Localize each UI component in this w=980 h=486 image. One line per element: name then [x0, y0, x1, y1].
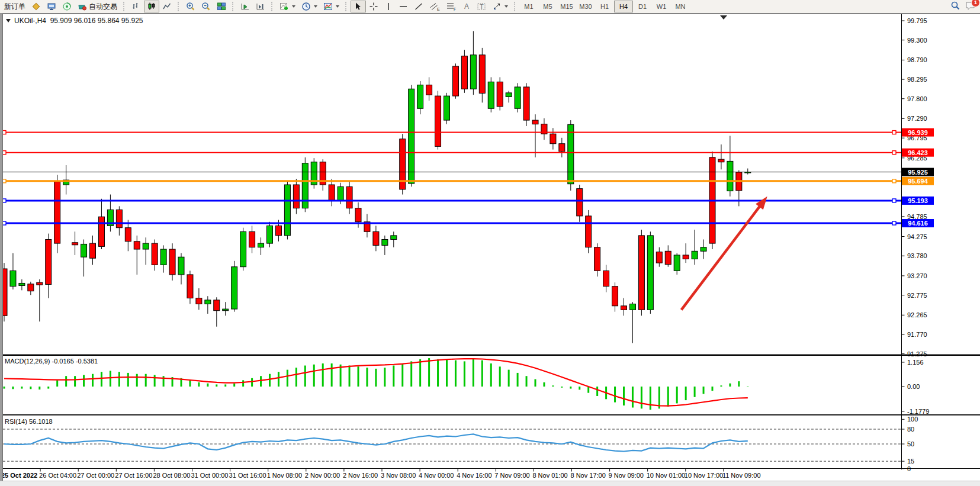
- candle-body: [223, 309, 229, 311]
- macd-histogram-bar: [579, 387, 580, 390]
- line-chart-icon[interactable]: [159, 1, 175, 12]
- timeframe-H4[interactable]: H4: [614, 1, 633, 12]
- candle-body: [169, 249, 175, 275]
- time-label: 27 Oct 00:00: [77, 472, 114, 479]
- mt4-window: 新订单 自动交易: [0, 0, 980, 486]
- price-tick-label: 91.275: [907, 350, 927, 358]
- macd-histogram-bar: [30, 387, 31, 389]
- timeframe-H1[interactable]: H1: [595, 1, 614, 12]
- crosshair-icon[interactable]: [366, 1, 381, 12]
- time-label: 1 Nov 08:00: [267, 472, 302, 479]
- macd-histogram-bar: [481, 361, 483, 387]
- price-tick-label: 98.790: [907, 56, 927, 63]
- periods-icon[interactable]: [298, 1, 320, 12]
- channel-icon[interactable]: E: [426, 1, 443, 12]
- hline-anchor[interactable]: [892, 179, 896, 183]
- candle-body: [37, 282, 43, 285]
- timeframe-M30[interactable]: M30: [576, 1, 595, 12]
- timeframe-M1[interactable]: M1: [519, 1, 538, 12]
- timeframe-W1[interactable]: W1: [652, 1, 671, 12]
- price-badge-label: 95.694: [908, 178, 928, 185]
- toolbar-separator: [514, 2, 516, 11]
- auto-scroll-icon[interactable]: [237, 1, 253, 12]
- candle-body: [470, 55, 476, 89]
- macd-histogram-bar: [331, 363, 333, 387]
- hline-anchor[interactable]: [892, 151, 896, 155]
- price-badge-label: 96.939: [908, 129, 928, 136]
- macd-histogram-bar: [499, 366, 501, 387]
- macd-histogram-bar: [287, 370, 288, 387]
- fibonacci-icon[interactable]: F: [443, 1, 460, 12]
- text-icon[interactable]: A: [460, 1, 474, 12]
- time-label: 4 Nov 00:00: [419, 472, 454, 479]
- new-order-button[interactable]: 新订单: [1, 1, 28, 12]
- templates-icon[interactable]: [320, 1, 342, 12]
- timeframe-M15[interactable]: M15: [557, 1, 576, 12]
- tile-windows-icon[interactable]: [214, 1, 229, 12]
- arrows-icon[interactable]: [489, 1, 511, 12]
- candle-body: [550, 134, 556, 144]
- timeframe-M5[interactable]: M5: [538, 1, 557, 12]
- price-tick-label: 91.770: [907, 331, 927, 338]
- candle-body: [329, 185, 335, 200]
- candle-body: [125, 228, 131, 242]
- trendline-icon[interactable]: [411, 1, 426, 12]
- cursor-icon[interactable]: [351, 1, 366, 12]
- candle-body: [701, 247, 706, 252]
- macd-histogram-bar: [384, 368, 385, 387]
- candle-body: [718, 159, 724, 162]
- symbol-dropdown-icon[interactable]: [6, 19, 11, 22]
- time-label: 11 Nov 09:00: [722, 472, 761, 479]
- window-bottom-edge: [0, 481, 980, 486]
- vertical-line-icon[interactable]: [381, 1, 396, 12]
- horizontal-line-icon[interactable]: [396, 1, 411, 12]
- toolbar-right: 1: [950, 1, 976, 13]
- macd-histogram-bar: [729, 384, 731, 387]
- candle-body: [205, 300, 211, 304]
- indicators-icon[interactable]: [277, 1, 298, 12]
- rsi-tick-label: 50: [907, 440, 914, 448]
- zoom-in-icon[interactable]: [183, 1, 198, 12]
- chat-icon[interactable]: 1: [965, 1, 976, 13]
- price-tick-label: 99.300: [907, 37, 927, 44]
- timeframe-D1[interactable]: D1: [633, 1, 652, 12]
- radar-icon[interactable]: [59, 1, 75, 12]
- macd-histogram-bar: [614, 387, 616, 403]
- symbol-label: UKOil-,H4: [14, 17, 46, 25]
- hline-anchor[interactable]: [892, 199, 896, 202]
- macd-histogram-bar: [224, 384, 226, 387]
- candle-body: [178, 257, 184, 275]
- time-label: 10 Nov 01:00: [647, 472, 685, 479]
- svg-text:F: F: [454, 7, 456, 11]
- diamond-icon[interactable]: [28, 1, 44, 12]
- macd-histogram-bar: [304, 366, 306, 387]
- candle-body: [444, 96, 450, 120]
- main-toolbar: 新订单 自动交易: [0, 0, 980, 14]
- candle-body: [629, 304, 635, 310]
- candle-body: [10, 271, 16, 286]
- candle-body: [284, 185, 290, 236]
- macd-histogram-bar: [437, 359, 439, 387]
- macd-histogram-bar: [455, 361, 457, 387]
- toolbar-separator: [271, 2, 274, 11]
- monitor-icon[interactable]: [44, 1, 59, 12]
- chart-canvas[interactable]: 99.79599.30098.79098.29597.80097.29096.7…: [0, 0, 980, 486]
- candle-body: [258, 243, 264, 247]
- bar-chart-icon[interactable]: [128, 1, 144, 12]
- search-icon[interactable]: [950, 1, 960, 13]
- timeframe-MN[interactable]: MN: [671, 1, 690, 12]
- chart-shift-icon[interactable]: [253, 1, 268, 12]
- candle-body: [515, 87, 520, 108]
- auto-trading-button[interactable]: 自动交易: [75, 1, 120, 12]
- hline-anchor[interactable]: [892, 131, 896, 134]
- auto-trading-label: 自动交易: [89, 2, 117, 12]
- label-icon[interactable]: T: [474, 1, 489, 12]
- candlestick-chart-icon[interactable]: [144, 1, 159, 12]
- macd-histogram-bar: [65, 376, 67, 387]
- macd-histogram-bar: [685, 387, 687, 400]
- zoom-out-icon[interactable]: [198, 1, 214, 12]
- hline-anchor[interactable]: [892, 221, 896, 225]
- macd-histogram-bar: [623, 387, 625, 405]
- candle-body: [409, 89, 415, 184]
- candle-body: [452, 66, 458, 96]
